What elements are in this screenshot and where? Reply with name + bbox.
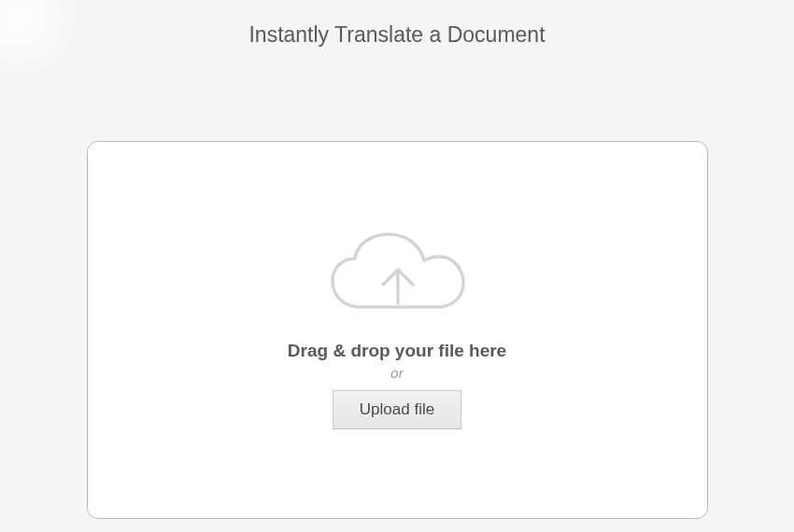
drop-instruction-text: Drag & drop your file here: [288, 341, 506, 361]
decorative-circle: [0, 0, 75, 75]
cloud-upload-icon: [325, 231, 470, 315]
file-dropzone[interactable]: Drag & drop your file here or Upload fil…: [87, 141, 708, 519]
separator-text: or: [390, 365, 403, 381]
upload-file-button[interactable]: Upload file: [333, 390, 461, 429]
page-title: Instantly Translate a Document: [0, 0, 794, 48]
